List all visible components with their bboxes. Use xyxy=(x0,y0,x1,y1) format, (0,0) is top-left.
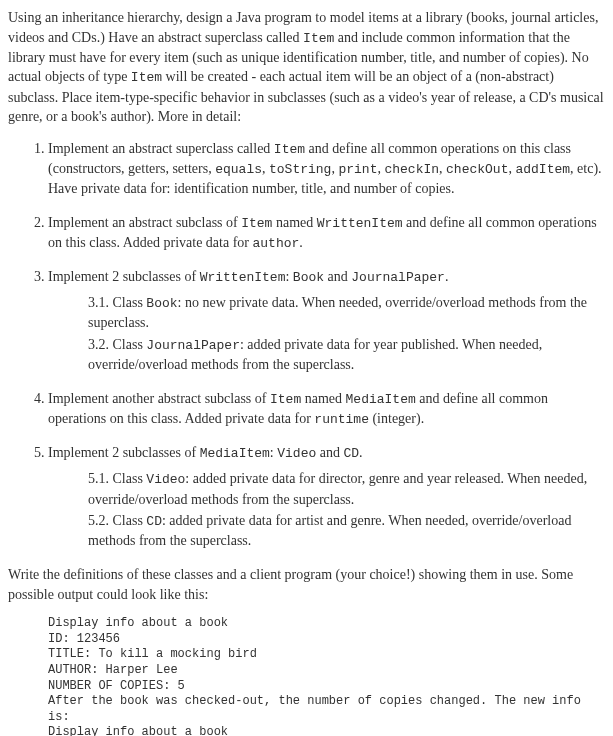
item-text: and xyxy=(316,445,343,460)
item-text: 3.2. Class xyxy=(88,337,146,352)
code-token: JournalPaper xyxy=(351,270,445,285)
requirements-list: Implement an abstract superclass called … xyxy=(8,139,605,551)
code-token: Book xyxy=(146,296,177,311)
sub-list: 5.1. Class Video: added private data for… xyxy=(88,469,605,551)
sub-list-item: 3.2. Class JournalPaper: added private d… xyxy=(88,335,605,375)
code-token: Item xyxy=(131,70,162,85)
item-text: Implement 2 subclasses of xyxy=(48,269,200,284)
code-token: checkOut xyxy=(446,162,508,177)
item-text: Implement another abstract subclass of xyxy=(48,391,270,406)
code-token: CD xyxy=(343,446,359,461)
code-token: Item xyxy=(274,142,305,157)
item-text: Implement 2 subclasses of xyxy=(48,445,200,460)
code-token: Item xyxy=(303,31,334,46)
code-token: toString xyxy=(269,162,331,177)
code-token: Video xyxy=(146,472,185,487)
sub-list-item: 3.1. Class Book: no new private data. Wh… xyxy=(88,293,605,333)
code-token: JournalPaper xyxy=(146,338,240,353)
item-text: . xyxy=(359,445,363,460)
list-item: Implement 2 subclasses of WrittenItem: B… xyxy=(48,267,605,375)
item-text: Implement an abstract subclass of xyxy=(48,215,241,230)
code-token: equals xyxy=(215,162,262,177)
item-text: (integer). xyxy=(369,411,424,426)
code-token: Video xyxy=(277,446,316,461)
closing-paragraph: Write the definitions of these classes a… xyxy=(8,565,605,604)
sub-list: 3.1. Class Book: no new private data. Wh… xyxy=(88,293,605,375)
item-text: . xyxy=(445,269,449,284)
list-item: Implement an abstract superclass called … xyxy=(48,139,605,199)
list-item: Implement 2 subclasses of MediaItem: Vid… xyxy=(48,443,605,551)
code-token: WrittenItem xyxy=(200,270,286,285)
code-token: CD xyxy=(146,514,162,529)
code-token: MediaItem xyxy=(200,446,270,461)
item-text: named xyxy=(272,215,316,230)
list-item: Implement an abstract subclass of Item n… xyxy=(48,213,605,253)
item-text: , xyxy=(439,161,446,176)
intro-paragraph: Using an inheritance hierarchy, design a… xyxy=(8,8,605,127)
code-token: MediaItem xyxy=(346,392,416,407)
item-text: : xyxy=(285,269,292,284)
item-text: 3.1. Class xyxy=(88,295,146,310)
item-text: 5.2. Class xyxy=(88,513,146,528)
item-text: named xyxy=(301,391,345,406)
sample-output-block: Display info about a book ID: 123456 TIT… xyxy=(48,616,605,736)
item-text: , xyxy=(262,161,269,176)
code-token: Book xyxy=(293,270,324,285)
code-token: Item xyxy=(270,392,301,407)
code-token: Item xyxy=(241,216,272,231)
item-text: . xyxy=(299,235,303,250)
code-token: checkIn xyxy=(384,162,439,177)
item-text: 5.1. Class xyxy=(88,471,146,486)
sub-list-item: 5.2. Class CD: added private data for ar… xyxy=(88,511,605,551)
code-token: print xyxy=(338,162,377,177)
list-item: Implement another abstract subclass of I… xyxy=(48,389,605,429)
code-token: runtime xyxy=(314,412,369,427)
item-text: Implement an abstract superclass called xyxy=(48,141,274,156)
sub-list-item: 5.1. Class Video: added private data for… xyxy=(88,469,605,509)
code-token: WrittenItem xyxy=(317,216,403,231)
code-token: author xyxy=(253,236,300,251)
item-text: and xyxy=(324,269,351,284)
code-token: addItem xyxy=(515,162,570,177)
